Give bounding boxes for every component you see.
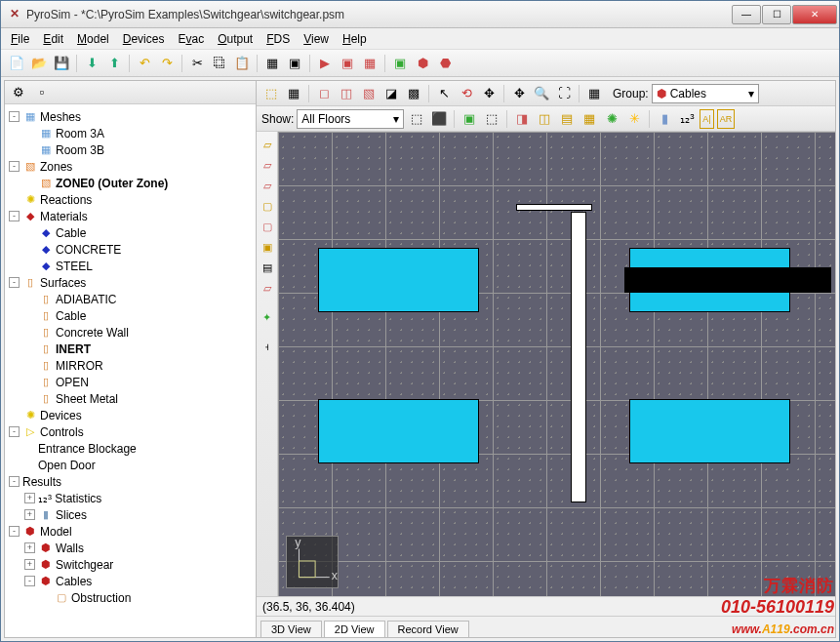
view2d-icon[interactable]: ▦: [284, 84, 303, 103]
menu-fds[interactable]: FDS: [260, 30, 296, 48]
viewmode-d-icon[interactable]: ◪: [381, 84, 401, 103]
new-icon[interactable]: 📄: [7, 54, 26, 73]
tree-item[interactable]: ◆STEEL: [7, 258, 254, 274]
tree-item[interactable]: -⬢Model: [7, 523, 254, 540]
tree-item[interactable]: ◆Cable: [7, 224, 254, 241]
viewmode-a-icon[interactable]: ◻: [314, 84, 334, 103]
tree-item[interactable]: +⬢Walls: [7, 540, 254, 556]
tab-2d-view[interactable]: 2D View: [324, 621, 385, 637]
strip-b-icon[interactable]: ▱: [259, 156, 276, 174]
floor-a-icon[interactable]: ⬚: [407, 109, 426, 129]
open-icon[interactable]: 📂: [29, 54, 49, 73]
close-button[interactable]: ✕: [792, 5, 837, 24]
menu-devices[interactable]: Devices: [117, 30, 171, 48]
move-icon[interactable]: ✥: [509, 84, 529, 103]
menu-model[interactable]: Model: [71, 30, 115, 48]
tree-collapse-icon[interactable]: ▫: [32, 83, 52, 102]
menu-edit[interactable]: Edit: [37, 30, 69, 48]
strip-c-icon[interactable]: ▱: [259, 177, 276, 194]
tree-item[interactable]: -⬢Cables: [7, 573, 254, 589]
obj-switchgear-br[interactable]: [629, 399, 790, 463]
tool-c-icon[interactable]: ▶: [315, 54, 335, 73]
tree-item[interactable]: +₁₂³ Statistics: [7, 490, 254, 506]
tree-item[interactable]: -▷Controls: [7, 423, 254, 440]
obj-a-icon[interactable]: ◨: [512, 109, 532, 129]
export-icon[interactable]: ⬆: [104, 54, 124, 73]
obj-e-icon[interactable]: ✺: [602, 109, 621, 129]
import-icon[interactable]: ⬇: [82, 54, 101, 73]
strip-h-icon[interactable]: ▱: [259, 279, 276, 297]
tree-item[interactable]: ▯ADIABATIC: [7, 291, 254, 307]
cut-icon[interactable]: ✂: [187, 54, 207, 73]
orbit-icon[interactable]: ⟲: [457, 84, 476, 103]
tree-item[interactable]: ▯Cable: [7, 307, 254, 324]
pan-icon[interactable]: ✥: [479, 84, 499, 103]
strip-a-icon[interactable]: ▱: [259, 136, 276, 153]
tool-d-icon[interactable]: ▣: [338, 54, 357, 73]
zoom-icon[interactable]: 🔍: [532, 84, 551, 103]
tree-item[interactable]: ✺Devices: [7, 407, 254, 423]
viewmode-c-icon[interactable]: ▧: [359, 84, 379, 103]
obj-f-icon[interactable]: ✳: [624, 109, 644, 129]
tree-item[interactable]: -Results: [7, 473, 254, 490]
tree-item[interactable]: ▢Obstruction: [7, 589, 254, 606]
model-tree[interactable]: -▦Meshes▦Room 3A▦Room 3B-▧Zones▧ZONE0 (O…: [5, 104, 256, 637]
strip-d-icon[interactable]: ▢: [259, 197, 276, 215]
copy-icon[interactable]: ⿻: [210, 54, 229, 73]
menu-evac[interactable]: Evac: [172, 30, 210, 48]
measure-icon[interactable]: ▦: [584, 84, 604, 103]
strip-i-icon[interactable]: ✦: [259, 308, 276, 326]
strip-j-icon[interactable]: ⫞: [259, 338, 276, 355]
paste-icon[interactable]: 📋: [232, 54, 252, 73]
tree-item[interactable]: ▯Concrete Wall: [7, 324, 254, 341]
viewmode-b-icon[interactable]: ◫: [337, 84, 356, 103]
strip-f-icon[interactable]: ▣: [259, 238, 276, 256]
strip-e-icon[interactable]: ▢: [259, 218, 276, 235]
slice-icon[interactable]: ▮: [655, 109, 674, 129]
menu-output[interactable]: Output: [212, 30, 259, 48]
viewmode-e-icon[interactable]: ▩: [404, 84, 423, 103]
tree-item[interactable]: +⬢Switchgear: [7, 556, 254, 573]
tree-item[interactable]: ▯OPEN: [7, 374, 254, 390]
label-b-icon[interactable]: AR: [717, 109, 736, 129]
tree-item[interactable]: ▯Sheet Metal: [7, 390, 254, 407]
tree-item[interactable]: ▦Room 3A: [7, 125, 254, 141]
tree-item[interactable]: +▮Slices: [7, 506, 254, 523]
tree-item[interactable]: Entrance Blockage: [7, 440, 254, 457]
tree-item[interactable]: Open Door: [7, 457, 254, 473]
tree-item[interactable]: ▦Room 3B: [7, 141, 254, 158]
tree-item[interactable]: ◆CONCRETE: [7, 241, 254, 258]
floors-dropdown[interactable]: All Floors▾: [297, 109, 404, 129]
tool-f-icon[interactable]: ▣: [390, 54, 410, 73]
strip-g-icon[interactable]: ▤: [259, 259, 276, 276]
label-a-icon[interactable]: A|: [700, 109, 713, 129]
undo-icon[interactable]: ↶: [135, 54, 154, 73]
tree-item[interactable]: ▯MIRROR: [7, 357, 254, 374]
floor-b-icon[interactable]: ⬛: [429, 109, 449, 129]
mesh-icon[interactable]: ⬚: [482, 109, 501, 129]
obj-d-icon[interactable]: ▦: [580, 109, 599, 129]
obj-switchgear-bl[interactable]: [318, 399, 479, 463]
obj-switchgear-tl[interactable]: [318, 248, 479, 312]
tab-3d-view[interactable]: 3D View: [260, 621, 322, 637]
zoomfit-icon[interactable]: ⛶: [554, 84, 574, 103]
menu-view[interactable]: View: [298, 30, 335, 48]
obj-wall-vert[interactable]: [571, 212, 586, 502]
menu-help[interactable]: Help: [337, 30, 373, 48]
minimize-button[interactable]: —: [732, 5, 761, 24]
stats-icon[interactable]: ₁₂³: [677, 109, 697, 129]
view3d-icon[interactable]: ⬚: [261, 84, 281, 103]
tree-item[interactable]: -▧Zones: [7, 158, 254, 175]
tree-item[interactable]: -▯Surfaces: [7, 274, 254, 291]
tool-e-icon[interactable]: ▦: [360, 54, 380, 73]
tree-item[interactable]: -▦Meshes: [7, 108, 254, 125]
tree-settings-icon[interactable]: ⚙: [9, 83, 28, 102]
obj-c-icon[interactable]: ▤: [557, 109, 577, 129]
tree-item[interactable]: ▧ZONE0 (Outer Zone): [7, 175, 254, 191]
redo-icon[interactable]: ↷: [157, 54, 177, 73]
group-dropdown[interactable]: ⬢ Cables ▾: [652, 84, 759, 103]
viewport-2d[interactable]: yx: [278, 132, 835, 596]
menu-file[interactable]: File: [5, 30, 35, 48]
obj-wall-top[interactable]: [516, 204, 592, 211]
tree-item[interactable]: -◆Materials: [7, 208, 254, 224]
